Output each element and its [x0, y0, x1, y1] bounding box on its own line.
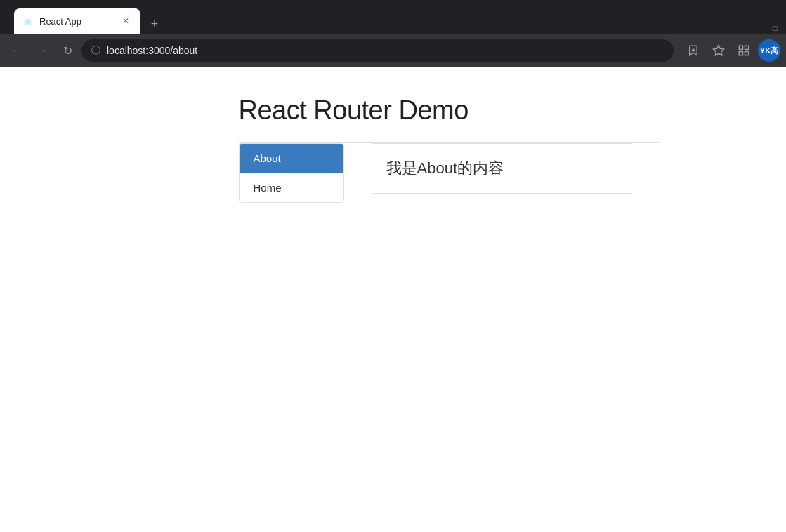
- page-content: React Router Demo About Home 我是About的内容: [0, 67, 786, 532]
- content-area: About Home 我是About的内容: [239, 143, 660, 203]
- nav-menu-item-home[interactable]: Home: [240, 173, 343, 202]
- browser-window: ⚛ React App ✕ + — □ ← → ↻ ⓘ localhost:30…: [0, 0, 786, 532]
- svg-rect-3: [739, 46, 742, 49]
- svg-rect-5: [745, 52, 749, 55]
- svg-rect-6: [739, 52, 742, 55]
- route-content-inner: 我是About的内容: [372, 143, 632, 194]
- favorites-button[interactable]: [707, 39, 730, 62]
- new-tab-button[interactable]: +: [143, 14, 166, 34]
- collections-button[interactable]: [733, 39, 755, 62]
- active-tab[interactable]: ⚛ React App ✕: [14, 8, 140, 34]
- svg-rect-4: [745, 46, 749, 49]
- navigation-bar: ← → ↻ ⓘ localhost:3000/about: [0, 34, 786, 67]
- add-bookmark-button[interactable]: [682, 39, 705, 62]
- svg-marker-2: [714, 46, 724, 55]
- reload-button[interactable]: ↻: [56, 39, 79, 62]
- nav-menu-item-about[interactable]: About: [240, 144, 343, 173]
- restore-button[interactable]: □: [769, 22, 780, 34]
- route-content: 我是About的内容: [344, 143, 660, 194]
- site-info-icon[interactable]: ⓘ: [90, 45, 101, 56]
- forward-button[interactable]: →: [31, 39, 53, 62]
- tab-title: React App: [39, 16, 114, 27]
- address-bar-container[interactable]: ⓘ localhost:3000/about: [81, 39, 674, 62]
- address-bar: localhost:3000/about: [107, 45, 665, 56]
- profile-button[interactable]: YK高: [758, 39, 780, 62]
- tab-close-button[interactable]: ✕: [119, 15, 132, 27]
- route-text: 我是About的内容: [386, 159, 504, 177]
- page-title: React Router Demo: [239, 95, 660, 126]
- tab-favicon: ⚛: [22, 15, 34, 27]
- page-inner: React Router Demo About Home 我是About的内容: [112, 67, 674, 231]
- tab-bar: ⚛ React App ✕ + — □: [0, 0, 786, 34]
- back-button[interactable]: ←: [6, 39, 28, 62]
- nav-actions: YK高: [682, 39, 780, 62]
- minimize-button[interactable]: —: [755, 22, 766, 34]
- nav-menu: About Home: [239, 143, 344, 203]
- window-controls: — □: [166, 22, 786, 34]
